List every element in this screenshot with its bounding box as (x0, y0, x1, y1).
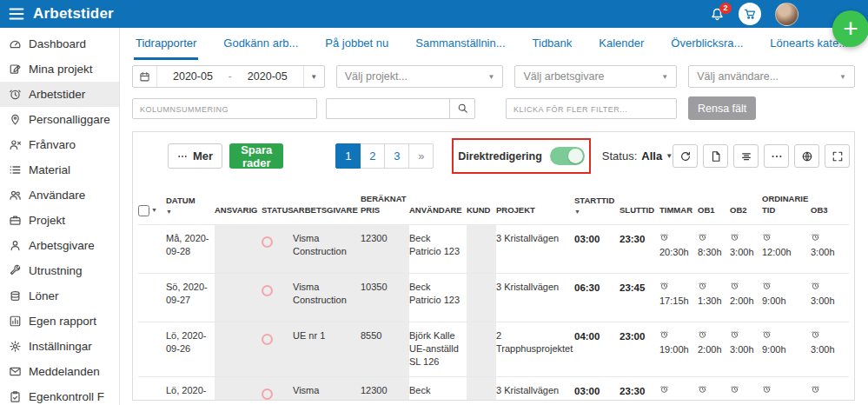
search-input[interactable] (326, 98, 449, 119)
employer-select[interactable]: Välj arbetsgivare ▼ (514, 65, 677, 88)
sidebar-item-personalliggare[interactable]: Personalliggare (0, 107, 119, 132)
more-filters-input[interactable] (506, 98, 677, 119)
cell-ob3[interactable]: 3:00h (811, 322, 844, 376)
page-button-1[interactable]: 1 (335, 143, 361, 169)
cell-ordinarie[interactable]: 9:00h (762, 274, 811, 322)
cell-sluttid[interactable]: 23:30 (620, 377, 659, 401)
column-header-projekt[interactable]: PROJEKT (496, 205, 574, 216)
select-all-checkbox[interactable] (138, 205, 149, 216)
cell-ob2[interactable]: 2:00h (730, 274, 762, 322)
fullscreen-button[interactable] (825, 144, 850, 168)
cell-starttid[interactable]: 03:00 (574, 225, 620, 273)
cell-ob1[interactable]: 8:30h (698, 377, 730, 401)
cell-ob3[interactable]: 3:00h (811, 225, 844, 273)
sidebar-item-dashboard[interactable]: Dashboard (0, 31, 119, 56)
status-circle[interactable] (262, 334, 273, 345)
sidebar-item-egen-rapport[interactable]: Egen rapport (0, 309, 119, 334)
sidebar-item-egenkontroll-f[interactable]: Egenkontroll F (0, 384, 119, 405)
cell-projekt[interactable]: 3 Kristallvägen (496, 225, 574, 273)
cell-ordinarie[interactable]: 9:00h (762, 322, 811, 376)
cell-ob3[interactable]: 3:00h (811, 377, 844, 401)
tab-p-jobbet-nu[interactable]: På jobbet nu (323, 28, 390, 60)
menu-icon[interactable] (9, 7, 24, 21)
tab-tidbank[interactable]: Tidbank (531, 28, 574, 60)
cell-projekt[interactable]: 3 Kristallvägen (496, 377, 574, 401)
tab-godk-nn-arb[interactable]: Godkänn arb... (222, 28, 300, 60)
chevron-down-icon[interactable]: ▼ (303, 66, 324, 87)
cell-sluttid[interactable]: 23:45 (620, 274, 659, 322)
sidebar-item-projekt[interactable]: Projekt (0, 208, 119, 233)
column-header-ansvarig[interactable]: ANSVARIG (215, 205, 262, 216)
cell-anvandare[interactable]: Beck Patricio 123 (409, 225, 467, 273)
cell-ordinarie[interactable]: 12:00h (762, 225, 811, 273)
column-header-timmar[interactable]: TIMMAR (659, 205, 698, 216)
cell-datum[interactable]: Lö, 2020-09-25 (166, 377, 215, 401)
column-header-sluttid[interactable]: SLUTTID (620, 205, 659, 216)
cell-ordinarie[interactable]: 12:00h (762, 377, 811, 401)
more-options-button[interactable] (764, 144, 789, 168)
cell-datum[interactable]: Må, 2020-09-28 (166, 225, 215, 273)
direct-edit-toggle[interactable] (550, 147, 585, 165)
cell-datum[interactable]: Lö, 2020-09-26 (166, 322, 215, 376)
cell-ob2[interactable]: 3:00h (730, 225, 762, 273)
sidebar-item-meddelanden[interactable]: Meddelanden (0, 359, 119, 384)
date-range-picker[interactable]: 2020-05 - 2020-05 ▼ (132, 65, 325, 88)
cell-projekt[interactable]: 3 Kristallvägen (496, 274, 574, 322)
project-select[interactable]: Välj projekt... ▼ (336, 65, 504, 88)
cell-timmar[interactable]: 20:30h (659, 225, 698, 273)
cell-ob1[interactable]: 1:30h (698, 274, 730, 322)
tab-verblicksra[interactable]: Överblicksra... (669, 28, 745, 60)
page-button-3[interactable]: 3 (384, 143, 409, 169)
cell-starttid[interactable]: 03:00 (574, 377, 620, 401)
user-select[interactable]: Välj användare... ▼ (688, 65, 855, 88)
cell-ob2[interactable]: 3:00h (730, 322, 762, 376)
date-to-value[interactable]: 2020-05 (232, 70, 303, 83)
summary-button[interactable] (733, 144, 759, 168)
column-header-datum[interactable]: DATUM▼ (166, 196, 215, 216)
sidebar-item-mina-projekt[interactable]: Mina projekt (0, 56, 119, 82)
cell-starttid[interactable]: 06:30 (574, 274, 620, 322)
status-circle[interactable] (262, 236, 273, 248)
column-header-ordinarie-tid[interactable]: ORDINARIE TID (762, 194, 811, 216)
column-header-ob2[interactable]: OB2 (730, 205, 762, 216)
cell-sluttid[interactable]: 23:30 (620, 225, 659, 273)
sidebar-item-utrustning[interactable]: Utrustning (0, 258, 119, 283)
column-header-ob3[interactable]: OB3 (811, 205, 844, 216)
column-header-status[interactable]: STATUS (262, 205, 293, 216)
cell-anvandare[interactable]: Björk Kalle UE-anställd SL 126 (409, 322, 467, 376)
date-from-value[interactable]: 2020-05 (157, 70, 229, 83)
cell-ob2[interactable]: 3:00h (730, 377, 762, 401)
add-button[interactable]: + (832, 10, 868, 47)
column-header-arbetsgivare[interactable]: ARBETSGIVARE (293, 205, 361, 216)
chevron-down-icon[interactable]: ▼ (151, 206, 157, 214)
cell-timmar[interactable]: 17:15h (659, 274, 698, 322)
save-rows-button[interactable]: Spara rader (229, 143, 283, 169)
sidebar-item-arbetstider[interactable]: Arbetstider (0, 82, 119, 107)
sidebar-item-anv-ndare[interactable]: Användare (0, 183, 119, 208)
cell-ob1[interactable]: 2:00h (698, 322, 730, 376)
cell-projekt[interactable]: 2 Trapphusprojektet (496, 322, 574, 376)
cart-button[interactable] (739, 3, 761, 25)
column-header-starttid[interactable]: STARTTID▼ (574, 196, 620, 216)
cell-sluttid[interactable]: 23:00 (620, 322, 659, 376)
globe-button[interactable] (794, 144, 819, 168)
search-button[interactable] (449, 98, 475, 119)
cell-datum[interactable]: Sö, 2020-09-27 (166, 274, 215, 322)
column-summary-input[interactable] (132, 98, 317, 119)
column-header-anv-ndare[interactable]: ANVÄNDARE (409, 205, 467, 216)
cell-anvandare[interactable]: Beck Patricio 123 (409, 274, 467, 322)
clear-fields-button[interactable]: Rensa fält (688, 96, 756, 120)
tab-tidrapporter[interactable]: Tidrapporter (134, 28, 198, 60)
cell-ob3[interactable]: 3:00h (811, 274, 844, 322)
column-header-ob1[interactable]: OB1 (698, 205, 730, 216)
status-circle[interactable] (262, 388, 273, 400)
export-button[interactable] (703, 144, 728, 168)
column-header-kund[interactable]: KUND (467, 205, 496, 216)
notifications-button[interactable]: 2 (710, 7, 725, 22)
sidebar-item-inst-llningar[interactable]: Inställningar (0, 334, 119, 359)
tab-kalender[interactable]: Kalender (597, 28, 646, 60)
sidebar-item-material[interactable]: Material (0, 157, 119, 183)
column-header-ber-knat-pris[interactable]: BERÄKNAT PRIS (361, 194, 409, 216)
more-button[interactable]: Mer (168, 143, 222, 169)
cell-starttid[interactable]: 04:00 (574, 322, 620, 376)
